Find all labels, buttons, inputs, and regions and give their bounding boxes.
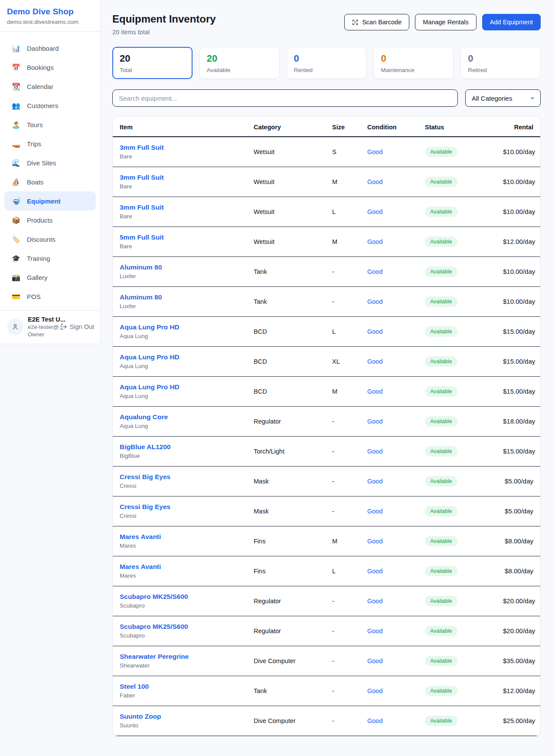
sidebar-item-equipment[interactable]: 🤿 Equipment <box>4 191 96 210</box>
item-name-link[interactable]: Aqualung Core <box>120 413 254 421</box>
sidebar-item-gallery[interactable]: 📸 Gallery <box>4 268 96 287</box>
item-name-link[interactable]: Scubapro MK25/S600 <box>120 623 254 631</box>
sign-out-button[interactable]: Sign Out <box>60 323 95 330</box>
condition-link[interactable]: Good <box>367 388 382 395</box>
stat-value: 20 <box>207 53 272 64</box>
item-brand: BigBlue <box>120 453 254 459</box>
condition-link[interactable]: Good <box>367 268 382 275</box>
rental-price: $10.00/day <box>503 148 535 155</box>
item-brand: Suunto <box>120 722 254 729</box>
condition-link[interactable]: Good <box>367 538 382 545</box>
item-name-link[interactable]: Cressi Big Eyes <box>120 473 254 481</box>
item-name-link[interactable]: 5mm Full Suit <box>120 233 254 241</box>
condition-link[interactable]: Good <box>367 717 382 724</box>
stat-card[interactable]: 0 Maintenance <box>373 47 454 79</box>
condition-link[interactable]: Good <box>367 178 382 185</box>
sidebar-item-training[interactable]: 🎓 Training <box>4 249 96 268</box>
avatar <box>7 319 23 335</box>
item-name-link[interactable]: Aqua Lung Pro HD <box>120 323 254 331</box>
stat-card[interactable]: 20 Total <box>112 47 193 79</box>
wave-icon: 🌊 <box>11 159 21 167</box>
item-name-link[interactable]: Aqua Lung Pro HD <box>120 383 254 391</box>
equipment-table: Item Category Size Condition Status Rent… <box>113 117 540 736</box>
page-title: Equipment Inventory <box>112 13 216 25</box>
sidebar-item-calendar[interactable]: 📆 Calendar <box>4 77 96 96</box>
status-badge: Available <box>425 506 457 516</box>
item-name-link[interactable]: Mares Avanti <box>120 563 254 571</box>
rental-price: $12.00/day <box>503 238 535 245</box>
item-name-link[interactable]: BigBlue AL1200 <box>120 443 254 451</box>
equipment-table-card: Item Category Size Condition Status Rent… <box>112 116 541 736</box>
condition-link[interactable]: Good <box>367 598 382 605</box>
table-row: Suunto Zoop Suunto Dive Computer - Good … <box>113 706 540 736</box>
header-actions: Scan Barcode Manage Rentals Add Equipmen… <box>344 13 541 30</box>
table-row: Aqualung Core Aqua Lung Regulator - Good… <box>113 406 540 436</box>
shop-name[interactable]: Demo Dive Shop <box>7 7 93 16</box>
sidebar: Demo Dive Shop demo.test.divestreams.com… <box>0 0 101 344</box>
sidebar-nav: 📊 Dashboard 📅 Bookings 📆 Calendar 👥 Cust… <box>0 32 100 310</box>
sidebar-item-pos[interactable]: 💳 POS <box>4 287 96 306</box>
condition-link[interactable]: Good <box>367 508 382 515</box>
sidebar-item-products[interactable]: 📦 Products <box>4 210 96 230</box>
item-category: BCD <box>254 316 332 346</box>
item-name-link[interactable]: Mares Avanti <box>120 533 254 541</box>
category-select[interactable]: All Categories <box>465 89 541 107</box>
search-input[interactable] <box>112 89 458 107</box>
condition-link[interactable]: Good <box>367 328 382 335</box>
item-name-link[interactable]: Steel 100 <box>120 683 254 690</box>
sidebar-item-label: Training <box>27 255 50 262</box>
item-name-link[interactable]: Cressi Big Eyes <box>120 503 254 511</box>
condition-link[interactable]: Good <box>367 298 382 305</box>
item-name-link[interactable]: Aluminum 80 <box>120 293 254 301</box>
condition-link[interactable]: Good <box>367 478 382 485</box>
condition-link[interactable]: Good <box>367 628 382 634</box>
table-row: Cressi Big Eyes Cressi Mask - Good Avail… <box>113 466 540 496</box>
condition-link[interactable]: Good <box>367 238 382 245</box>
sidebar-item-trips[interactable]: 🚤 Trips <box>4 134 96 153</box>
table-row: Mares Avanti Mares Fins M Good Available… <box>113 526 540 556</box>
condition-link[interactable]: Good <box>367 208 382 215</box>
item-name-link[interactable]: Scubapro MK25/S600 <box>120 593 254 601</box>
sidebar-item-boats[interactable]: ⛵ Boats <box>4 172 96 191</box>
stat-value: 0 <box>468 53 533 64</box>
add-equipment-button[interactable]: Add Equipment <box>482 14 541 30</box>
table-row: Cressi Big Eyes Cressi Mask - Good Avail… <box>113 496 540 526</box>
item-size: XL <box>332 346 367 376</box>
table-row: Steel 100 Faber Tank - Good Available $1… <box>113 676 540 706</box>
manage-rentals-button[interactable]: Manage Rentals <box>415 14 477 30</box>
chevron-down-icon <box>530 95 535 101</box>
item-size: - <box>332 436 367 466</box>
sidebar-item-customers[interactable]: 👥 Customers <box>4 96 96 115</box>
user-email: e2e-tester@... <box>28 324 56 330</box>
status-badge: Available <box>425 686 457 696</box>
sidebar-item-dashboard[interactable]: 📊 Dashboard <box>4 39 96 58</box>
sidebar-item-tours[interactable]: 🏝️ Tours <box>4 115 96 134</box>
rental-price: $10.00/day <box>503 298 535 305</box>
item-brand: Bare <box>120 183 254 190</box>
condition-link[interactable]: Good <box>367 657 382 664</box>
scan-barcode-button[interactable]: Scan Barcode <box>344 14 409 30</box>
person-icon <box>11 323 19 331</box>
stat-card[interactable]: 0 Rented <box>287 47 367 79</box>
item-name-link[interactable]: 3mm Full Suit <box>120 204 254 211</box>
condition-link[interactable]: Good <box>367 418 382 425</box>
condition-link[interactable]: Good <box>367 687 382 694</box>
condition-link[interactable]: Good <box>367 358 382 365</box>
stat-card[interactable]: 20 Available <box>199 47 280 79</box>
status-badge: Available <box>425 476 457 486</box>
sidebar-item-dive-sites[interactable]: 🌊 Dive Sites <box>4 153 96 172</box>
condition-link[interactable]: Good <box>367 148 382 155</box>
sidebar-item-discounts[interactable]: 🏷️ Discounts <box>4 230 96 249</box>
item-name-link[interactable]: 3mm Full Suit <box>120 174 254 181</box>
item-size: - <box>332 706 367 736</box>
item-name-link[interactable]: Shearwater Peregrine <box>120 653 254 661</box>
condition-link[interactable]: Good <box>367 568 382 575</box>
item-name-link[interactable]: Suunto Zoop <box>120 713 254 720</box>
condition-link[interactable]: Good <box>367 448 382 455</box>
stat-card[interactable]: 0 Retired <box>460 47 541 79</box>
sidebar-item-bookings[interactable]: 📅 Bookings <box>4 58 96 77</box>
item-name-link[interactable]: 3mm Full Suit <box>120 144 254 151</box>
item-name-link[interactable]: Aqua Lung Pro HD <box>120 353 254 361</box>
item-name-link[interactable]: Aluminum 80 <box>120 263 254 271</box>
sidebar-item-label: Calendar <box>27 83 53 90</box>
